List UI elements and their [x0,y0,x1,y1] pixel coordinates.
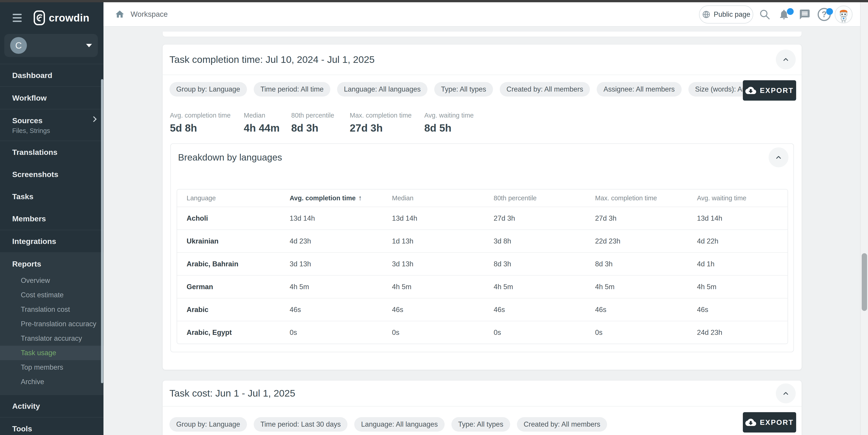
export-button[interactable]: EXPORT [743,412,796,433]
search-icon[interactable] [756,6,773,23]
column-header-label: Max. completion time [595,195,657,202]
column-header-label: 80th percentile [494,195,536,202]
value-cell: 13d 14h [392,214,494,223]
page-scrollbar-thumb[interactable] [862,253,867,311]
sidebar: crowdin C DashboardWorkflowSourcesFiles,… [0,2,103,435]
filter-chip-language[interactable]: Language: All languages [337,82,428,96]
sidebar-item-cost-estimate[interactable]: Cost estimate [0,288,103,302]
collapse-button[interactable] [776,50,796,69]
home-icon[interactable] [115,9,125,19]
filter-chip-language[interactable]: Language: All languages [354,417,445,432]
breadcrumb-workspace[interactable]: Workspace [131,10,167,19]
sidebar-item-screenshots[interactable]: Screenshots [0,163,103,185]
column-header-avg-completion-time[interactable]: Avg. completion time↑ [290,194,392,202]
sidebar-group: Workflow [0,86,103,109]
sidebar-item-reports[interactable]: Reports [0,253,103,273]
column-header-median[interactable]: Median [392,195,494,202]
stat-avg-completion-time: Avg. completion time5d 8h [170,112,244,134]
filter-chip-group-by[interactable]: Group by: Language [169,417,247,432]
column-header-language[interactable]: Language [187,195,290,202]
sidebar-group: Activity [0,395,103,417]
value-cell: 46s [697,306,787,314]
hamburger-menu-icon[interactable] [13,14,23,22]
sidebar-scrollbar[interactable] [101,79,103,383]
table-header-row: LanguageAvg. completion time↑Median80th … [177,190,787,207]
table-body: Acholi13d 14h13d 14h27d 3h27d 3h13d 14hU… [177,207,787,344]
sidebar-item-workflow[interactable]: Workflow [0,87,103,109]
help-badge [826,8,833,15]
language-cell: Arabic [187,306,290,314]
column-header-max-completion-time[interactable]: Max. completion time [595,195,697,202]
value-cell: 4d 22h [697,237,787,245]
sidebar-item-label: Integrations [12,236,95,246]
table-row-acholi: Acholi13d 14h13d 14h27d 3h27d 3h13d 14h [177,207,787,230]
column-header-label: Language [187,195,216,202]
breakdown-by-languages-card: Breakdown by languages LanguageAvg. comp… [170,143,794,352]
filter-chip-created-by[interactable]: Created by: All members [500,82,590,96]
value-cell: 3d 13h [290,260,392,268]
value-cell: 0s [392,328,494,337]
column-header-80th-percentile[interactable]: 80th percentile [494,195,595,202]
sidebar-item-translation-cost[interactable]: Translation cost [0,302,103,317]
messages-chat-icon[interactable] [797,6,813,23]
export-button[interactable]: EXPORT [743,80,796,100]
sidebar-item-archive[interactable]: Archive [0,375,103,389]
value-cell: 46s [494,306,595,314]
sidebar-item-dashboard[interactable]: Dashboard [0,64,103,86]
language-cell: Ukrainian [187,237,290,245]
crowdin-logo[interactable]: crowdin [33,10,90,26]
value-cell: 27d 3h [595,214,697,223]
value-cell: 3d 13h [392,260,494,268]
value-cell: 27d 3h [494,214,595,223]
stat-value: 27d 3h [350,122,424,134]
sidebar-group: SourcesFiles, Strings [0,109,103,141]
value-cell: 13d 14h [697,214,787,223]
sidebar-item-translator-accuracy[interactable]: Translator accuracy [0,331,103,346]
column-header-avg-waiting-time[interactable]: Avg. waiting time [697,195,787,202]
language-cell: Acholi [187,214,290,223]
value-cell: 4h 5m [392,283,494,291]
page-scrollbar[interactable] [860,2,868,435]
sidebar-item-activity[interactable]: Activity [0,395,103,417]
sidebar-item-tools[interactable]: Tools [0,417,103,435]
export-label: EXPORT [760,86,794,95]
filter-chip-group-by[interactable]: Group by: Language [169,82,247,96]
breakdown-collapse-button[interactable] [769,147,788,167]
sidebar-item-overview[interactable]: Overview [0,273,103,288]
value-cell: 46s [392,306,494,314]
filter-chip-created-by[interactable]: Created by: All members [517,417,607,432]
language-cell: German [187,283,290,291]
table-row-arabic-egypt: Arabic, Egypt0s0s0s0s24d 23h [177,321,787,344]
stat-avg-waiting-time: Avg. waiting time8d 5h [424,112,474,134]
stat-label: 80th percentile [291,112,350,119]
filter-chip-type[interactable]: Type: All types [434,82,493,96]
filter-chip-type[interactable]: Type: All types [452,417,510,432]
crowdin-logo-text: crowdin [49,12,90,24]
filter-chip-assignee[interactable]: Assignee: All members [597,82,681,96]
value-cell: 4h 5m [494,283,595,291]
value-cell: 46s [595,306,697,314]
public-page-button[interactable]: Public page [699,5,753,24]
column-header-label: Avg. completion time [290,195,355,202]
sidebar-item-translations[interactable]: Translations [0,141,103,163]
breadcrumb: Workspace [115,2,167,26]
sidebar-item-sources[interactable]: SourcesFiles, Strings [0,110,103,141]
filter-chip-time-period[interactable]: Time period: All time [254,82,331,96]
value-cell: 4h 5m [697,283,787,291]
sidebar-item-members[interactable]: Members [0,207,103,230]
sidebar-item-task-usage[interactable]: Task usage [0,346,103,360]
value-cell: 0s [290,328,392,337]
stat-median: Median4h 44m [244,112,291,134]
workspace-selector[interactable]: C [4,34,98,57]
sidebar-item-integrations[interactable]: Integrations [0,230,103,252]
filter-chip-time-period[interactable]: Time period: Last 30 days [254,417,348,432]
sidebar-item-label: Members [12,214,95,224]
sidebar-item-tasks[interactable]: Tasks [0,185,103,207]
value-cell: 4h 5m [595,283,697,291]
table-row-ukrainian: Ukrainian4d 23h1d 13h3d 8h22d 23h4d 22h [177,230,787,252]
sidebar-item-top-members[interactable]: Top members [0,360,103,375]
user-avatar[interactable] [835,5,852,24]
sidebar-item-pre-translation-accuracy[interactable]: Pre-translation accuracy [0,317,103,331]
collapse-button[interactable] [776,383,796,403]
sidebar-item-label: Tools [12,424,95,434]
